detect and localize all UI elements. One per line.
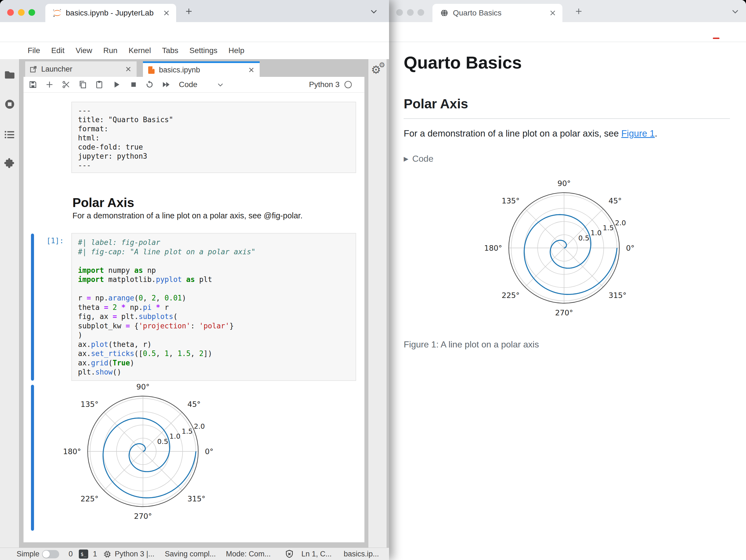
close-window-button[interactable] (396, 9, 403, 16)
body-paragraph: For a demonstration of a line plot on a … (404, 128, 657, 139)
toggle-knob (42, 551, 50, 558)
property-inspector-icon[interactable]: ⚙⚙ (371, 64, 388, 75)
status-bar: Simple 0 $_ 1 Python 3 |... Saving compl… (0, 548, 389, 560)
page-title: Quarto Basics (404, 53, 522, 72)
tab-search-chevron-icon[interactable] (370, 9, 378, 14)
file-browser-icon[interactable] (4, 69, 16, 81)
kernel-name[interactable]: Python 3 (309, 77, 340, 92)
zoom-window-button[interactable] (28, 9, 35, 16)
figure-caption: Figure 1: A line plot on a polar axis (404, 340, 539, 350)
svg-text:45°: 45° (188, 400, 201, 409)
cursor-position[interactable]: Ln 1, C... (302, 548, 332, 560)
add-cell-icon[interactable] (45, 80, 54, 89)
svg-text:270°: 270° (555, 308, 573, 317)
jupyter-favicon (53, 8, 62, 18)
output-collapser[interactable] (31, 385, 34, 531)
menu-file[interactable]: File (28, 46, 40, 55)
jupyterlab-menubar: File Edit View Run Kernel Tabs Settings … (0, 42, 389, 59)
globe-favicon (440, 9, 449, 17)
svg-text:135°: 135° (501, 197, 520, 205)
tab-title: Quarto Basics (453, 4, 501, 22)
cell-type-chevron-icon[interactable] (217, 83, 224, 87)
kernel-status-text[interactable]: Python 3 |... (115, 548, 154, 560)
copy-cells-icon[interactable] (78, 80, 87, 89)
terminal-count[interactable]: 0 (68, 548, 73, 560)
menu-run[interactable]: Run (104, 46, 117, 55)
paste-cells-icon[interactable] (95, 80, 104, 89)
table-of-contents-icon[interactable] (4, 129, 16, 140)
extension-manager-icon[interactable] (4, 157, 16, 169)
menu-edit[interactable]: Edit (51, 46, 64, 55)
menu-view[interactable]: View (76, 46, 92, 55)
close-dock-tab-icon[interactable] (248, 66, 255, 74)
menu-help[interactable]: Help (228, 46, 245, 55)
screen: basics.ipynb - JupyterLab (0, 0, 746, 560)
close-window-button[interactable] (7, 9, 14, 16)
figure-link[interactable]: Figure 1 (621, 128, 655, 139)
right-browser-toolbar: localhost:4479 (389, 22, 746, 42)
trust-shield-icon[interactable] (285, 550, 294, 559)
kernel-count[interactable]: 1 (93, 548, 97, 560)
cut-cells-icon[interactable] (62, 80, 70, 89)
code-fold-toggle[interactable]: ▶Code (404, 154, 433, 164)
close-dock-tab-icon[interactable] (124, 65, 132, 73)
close-tab-icon[interactable] (163, 9, 170, 17)
saving-status[interactable]: Saving compl... (165, 548, 216, 560)
run-cell-icon[interactable] (112, 80, 121, 89)
kernel-status-icon[interactable] (344, 81, 352, 89)
svg-text:0.5: 0.5 (157, 438, 168, 446)
svg-text:1.5: 1.5 (182, 427, 193, 435)
svg-text:1.0: 1.0 (591, 229, 602, 237)
svg-text:315°: 315° (609, 291, 627, 300)
zoom-window-button[interactable] (418, 9, 424, 16)
kernel-chip-icon[interactable] (103, 550, 112, 559)
restart-kernel-icon[interactable] (145, 80, 154, 89)
browser-tab-quarto[interactable]: Quarto Basics (432, 4, 563, 22)
input-collapser[interactable] (31, 234, 34, 381)
execution-count: [1]: (47, 237, 64, 245)
terminal-icon[interactable]: $_ (79, 550, 88, 559)
markdown-paragraph: For a demonstration of a line plot on a … (73, 211, 303, 220)
menu-kernel[interactable]: Kernel (128, 46, 151, 55)
notebook-file-icon (148, 66, 155, 74)
cell-type-dropdown[interactable]: Code (179, 77, 197, 92)
notebook-toolbar: Code Python 3 (24, 77, 365, 93)
svg-text:0.5: 0.5 (578, 234, 590, 242)
new-tab-button[interactable] (575, 7, 583, 16)
svg-text:90°: 90° (557, 179, 571, 188)
left-tab-strip: basics.ipynb - JupyterLab (0, 0, 389, 22)
minimize-window-button[interactable] (18, 9, 25, 16)
menu-tabs[interactable]: Tabs (162, 46, 178, 55)
interrupt-kernel-icon[interactable] (129, 80, 138, 89)
simple-mode-label: Simple (17, 548, 39, 560)
svg-text:0°: 0° (205, 447, 213, 456)
save-icon[interactable] (28, 80, 37, 89)
dock-tab-label: Launcher (41, 61, 73, 77)
polar-plot-output: 0°45°90°135°180°225°270°315°0.51.01.52.0 (63, 378, 223, 527)
menu-settings[interactable]: Settings (190, 46, 217, 55)
new-tab-button[interactable] (185, 7, 193, 16)
disclosure-triangle-icon: ▶ (404, 155, 408, 162)
svg-text:1.0: 1.0 (170, 432, 180, 440)
close-tab-icon[interactable] (549, 9, 556, 17)
filename-status[interactable]: basics.ip... (344, 548, 379, 560)
left-browser-toolbar: localhost:8888/lab/tree/basics.ipynb (0, 22, 389, 42)
svg-text:1.5: 1.5 (603, 224, 614, 232)
minimize-window-button[interactable] (407, 9, 414, 16)
code-cell[interactable]: #| label: fig-polar#| fig-cap: "A line p… (71, 233, 356, 381)
menu-items: File Edit View Run Kernel Tabs Settings … (28, 46, 245, 55)
dock-tab-notebook[interactable]: basics.ipynb (143, 61, 260, 77)
command-mode-status[interactable]: Mode: Com... (226, 548, 271, 560)
tab-title: basics.ipynb - JupyterLab (66, 4, 154, 22)
raw-cell[interactable]: ---title: "Quarto Basics"format: html: c… (71, 102, 356, 173)
simple-mode-toggle[interactable] (42, 550, 59, 558)
running-kernels-icon[interactable] (4, 98, 16, 110)
restart-run-all-icon[interactable] (162, 80, 171, 89)
jupyterlab-browser-window: basics.ipynb - JupyterLab (0, 0, 389, 560)
svg-text:270°: 270° (134, 512, 152, 521)
tab-search-chevron-icon[interactable] (731, 9, 739, 14)
browser-tab-jupyterlab[interactable]: basics.ipynb - JupyterLab (45, 4, 176, 22)
update-indicator (713, 37, 719, 39)
right-sidebar: ⚙⚙ (368, 59, 386, 548)
dock-tab-launcher[interactable]: Launcher (25, 61, 137, 77)
